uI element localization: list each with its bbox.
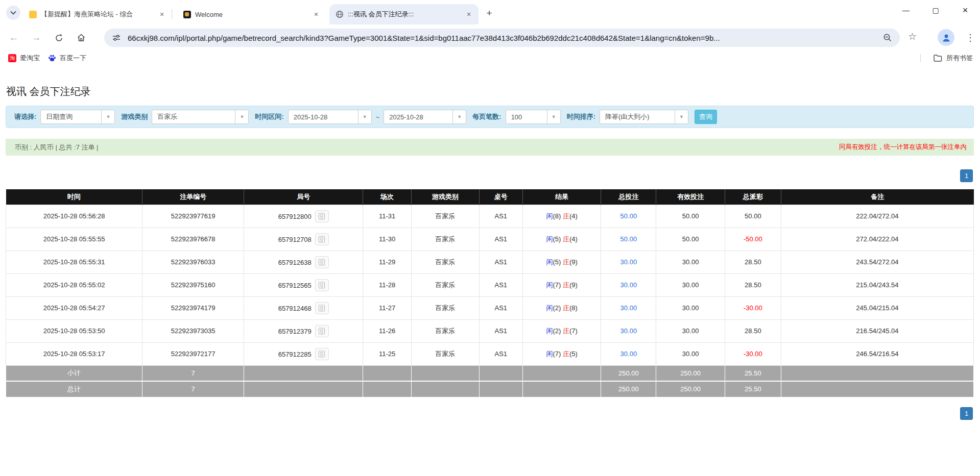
col-round-id: 局号 <box>244 189 363 205</box>
cell-valid-bet: 30.00 <box>656 296 725 319</box>
cell-payout: -50.00 <box>725 228 781 250</box>
pagination-page-1-bottom[interactable]: 1 <box>960 407 973 420</box>
tab-bet-record[interactable]: :::视讯 会员下注纪录::: × <box>329 4 479 24</box>
query-button[interactable]: 查询 <box>695 110 717 124</box>
video-replay-icon[interactable] <box>315 256 329 268</box>
time-range-label: 时间区间: <box>255 112 283 121</box>
subtotal-total-bet: 250.00 <box>601 365 656 381</box>
cell-payout: -30.00 <box>725 296 781 319</box>
chevron-down-icon: ▼ <box>452 110 466 123</box>
back-button[interactable]: ← <box>5 29 22 46</box>
cell-bet-id: 522923977619 <box>142 205 244 228</box>
cell-bet-id: 522923974179 <box>142 296 244 319</box>
video-replay-icon[interactable] <box>315 325 329 337</box>
date-to-select[interactable]: 2025-10-28 ▼ <box>384 110 466 124</box>
bookmark-baidu[interactable]: 百度一下 <box>48 54 86 63</box>
cell-time: 2025-10-28 05:55:02 <box>6 273 142 296</box>
sort-select[interactable]: 降幂(由大到小) ▼ <box>600 110 688 124</box>
url-text[interactable]: 66cxkj98.com/ipl/portal.php/game/betreco… <box>128 34 881 42</box>
bet-record-table: 时间 注单编号 局号 场次 游戏类别 桌号 结果 总投注 有效投注 总派彩 备注… <box>6 189 974 397</box>
all-bookmarks-button[interactable]: 所有书签 <box>934 54 973 63</box>
welcome-favicon-icon <box>183 10 191 18</box>
cell-total-bet-link[interactable]: 30.00 <box>601 296 656 319</box>
cell-session: 11-27 <box>363 296 412 319</box>
zoom-out-icon[interactable] <box>881 32 894 44</box>
cell-remark: 215.04/243.54 <box>781 273 973 296</box>
cell-total-bet-link[interactable]: 30.00 <box>601 342 656 365</box>
cell-total-bet-link[interactable]: 50.00 <box>601 205 656 228</box>
date-from-select[interactable]: 2025-10-28 ▼ <box>288 110 372 124</box>
video-replay-icon[interactable] <box>315 233 329 245</box>
tab-forum[interactable]: 【新提醒】海燕策略论坛 - 综合 × <box>22 4 172 24</box>
video-replay-icon[interactable] <box>315 279 329 291</box>
per-page-select[interactable]: 100 ▼ <box>506 110 561 124</box>
close-icon[interactable]: × <box>464 10 473 19</box>
table-row: 2025-10-28 05:53:17 522923972177 6579122… <box>6 342 974 365</box>
reload-button[interactable] <box>50 29 67 46</box>
window-controls: — ▢ × <box>891 0 980 20</box>
cell-session: 11-25 <box>363 342 412 365</box>
col-table-no: 桌号 <box>479 189 522 205</box>
close-icon[interactable]: × <box>312 10 321 19</box>
pagination-page-1-top[interactable]: 1 <box>960 169 973 182</box>
cell-round-id: 657912565 <box>244 273 363 296</box>
cell-remark: 216.54/245.04 <box>781 319 973 342</box>
total-valid-bet: 250.00 <box>656 381 725 397</box>
cell-table-no: AS1 <box>479 296 522 319</box>
game-type-select[interactable]: 百家乐 ▼ <box>152 110 249 124</box>
close-icon[interactable]: × <box>157 10 166 19</box>
cell-time: 2025-10-28 05:55:55 <box>6 228 142 250</box>
summary-bar: 币别 : 人民币 | 总共 :7 注单 | 同局有效投注，统一计算在该局第一张注… <box>6 139 974 156</box>
table-row: 2025-10-28 05:53:50 522923973035 6579123… <box>6 319 974 342</box>
bookmark-label: 爱淘宝 <box>20 54 40 63</box>
cell-payout: 28.50 <box>725 319 781 342</box>
url-bar[interactable]: 66cxkj98.com/ipl/portal.php/game/betreco… <box>104 29 900 47</box>
cell-total-bet-link[interactable]: 30.00 <box>601 273 656 296</box>
tab-welcome[interactable]: Welcome × <box>177 4 326 24</box>
close-window-button[interactable]: × <box>950 0 980 20</box>
tab-title: Welcome <box>195 11 307 18</box>
cell-total-bet-link[interactable]: 50.00 <box>601 228 656 250</box>
cell-valid-bet: 30.00 <box>656 342 725 365</box>
bookmark-taobao[interactable]: 淘 爱淘宝 <box>8 54 40 63</box>
video-replay-icon[interactable] <box>315 348 329 360</box>
cell-result: 闲(5) 庄(9) <box>522 250 601 273</box>
cell-total-bet-link[interactable]: 30.00 <box>601 319 656 342</box>
cell-session: 11-31 <box>363 205 412 228</box>
table-row: 2025-10-28 05:54:27 522923974179 6579124… <box>6 296 974 319</box>
tab-search-button[interactable] <box>6 6 20 20</box>
total-count: 7 <box>142 381 244 397</box>
forum-favicon-icon <box>29 10 37 18</box>
cell-remark: 272.04/222.04 <box>781 228 973 250</box>
chevron-down-icon <box>10 11 16 15</box>
new-tab-button[interactable]: + <box>483 7 496 20</box>
cell-game: 百家乐 <box>411 273 479 296</box>
bookmark-star-icon[interactable]: ☆ <box>908 31 917 42</box>
profile-avatar[interactable] <box>938 29 954 46</box>
cell-game: 百家乐 <box>411 250 479 273</box>
maximize-button[interactable]: ▢ <box>921 0 950 20</box>
cell-result: 闲(2) 庄(7) <box>522 319 601 342</box>
cell-total-bet-link[interactable]: 30.00 <box>601 250 656 273</box>
forward-button[interactable]: → <box>28 29 45 46</box>
cell-round-id: 657912468 <box>244 296 363 319</box>
table-row: 2025-10-28 05:55:02 522923975160 6579125… <box>6 273 974 296</box>
col-payout: 总派彩 <box>725 189 781 205</box>
subtotal-payout: 25.50 <box>725 365 781 381</box>
browser-menu-icon[interactable]: ⋮ <box>964 29 976 47</box>
cell-remark: 243.54/272.04 <box>781 250 973 273</box>
home-button[interactable] <box>73 29 90 46</box>
cell-bet-id: 522923972177 <box>142 342 244 365</box>
table-row: 2025-10-28 05:56:28 522923977619 6579128… <box>6 205 974 228</box>
site-settings-icon[interactable] <box>110 32 123 44</box>
video-replay-icon[interactable] <box>315 302 329 314</box>
video-replay-icon[interactable] <box>315 210 329 222</box>
cell-time: 2025-10-28 05:53:50 <box>6 319 142 342</box>
cell-payout: 28.50 <box>725 273 781 296</box>
cell-session: 11-29 <box>363 250 412 273</box>
cell-remark: 222.04/272.04 <box>781 205 973 228</box>
col-total-bet: 总投注 <box>601 189 656 205</box>
cell-round-id: 657912285 <box>244 342 363 365</box>
minimize-button[interactable]: — <box>891 0 921 20</box>
query-mode-select[interactable]: 日期查询 ▼ <box>40 110 115 124</box>
